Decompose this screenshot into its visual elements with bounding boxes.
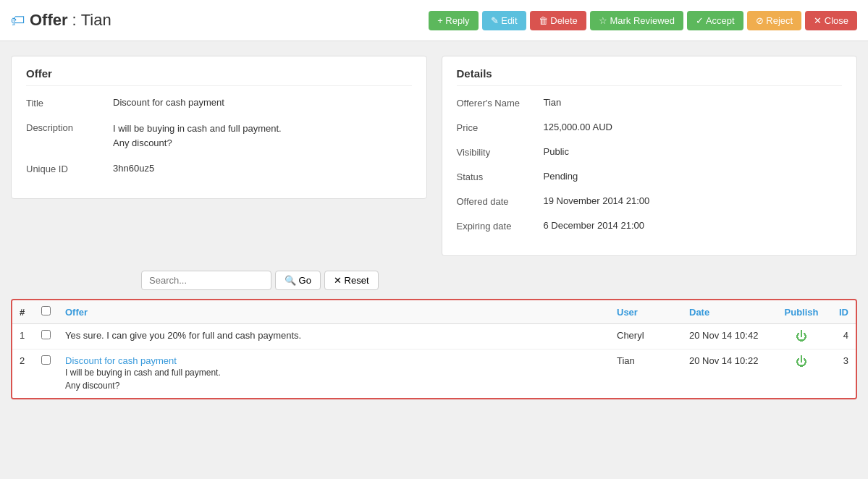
details-offered-date-row: Offered date 19 November 2014 21:00 <box>457 195 843 207</box>
row-date: 20 Nov 14 10:42 <box>682 324 776 349</box>
search-bar: 🔍 Go ✕ Reset <box>11 271 857 290</box>
row-publish[interactable]: ⏻ <box>776 349 827 399</box>
offer-col: Offer Title Discount for cash payment De… <box>11 56 427 256</box>
colon: : <box>72 11 77 30</box>
details-offerers-name-label: Offerer's Name <box>457 97 544 109</box>
offer-title-label: Title <box>26 97 113 109</box>
accept-button[interactable]: ✓ Accept <box>687 11 743 30</box>
row-num: 1 <box>12 324 34 349</box>
col-user-header: User <box>610 300 682 324</box>
table-row: 1Yes sure. I can give you 20% for full a… <box>12 324 856 349</box>
row-id: 4 <box>827 324 856 349</box>
details-offerers-name-row: Offerer's Name Tian <box>457 97 843 109</box>
details-price-value: 125,000.00 AUD <box>544 122 843 132</box>
details-visibility-label: Visibility <box>457 146 544 158</box>
row-id: 3 <box>827 349 856 399</box>
tag-icon: 🏷 <box>11 12 25 29</box>
details-expiring-date-value: 6 December 2014 21:00 <box>544 220 843 231</box>
two-col-layout: Offer Title Discount for cash payment De… <box>11 56 857 256</box>
reject-button[interactable]: ⊘ Reject <box>747 11 801 30</box>
offer-title-value: Discount for cash payment <box>113 97 412 108</box>
details-status-row: Status Pending <box>457 171 843 182</box>
replies-table: # Offer User Date Publish ID 1Yes sure. … <box>12 300 856 398</box>
row-num: 2 <box>12 349 34 399</box>
main-content: Offer Title Discount for cash payment De… <box>0 41 868 414</box>
details-visibility-row: Visibility Public <box>457 146 843 158</box>
header: 🏷 Offer : Tian + Reply ✎ Edit 🗑 Delete ☆… <box>0 0 868 41</box>
offer-card: Offer Title Discount for cash payment De… <box>11 56 427 199</box>
reset-button[interactable]: ✕ Reset <box>324 271 379 290</box>
select-all-checkbox[interactable] <box>41 306 51 315</box>
details-expiring-date-label: Expiring date <box>457 220 544 232</box>
details-price-label: Price <box>457 122 544 133</box>
reply-button[interactable]: + Reply <box>429 11 478 30</box>
offer-description-label: Description <box>26 122 113 133</box>
go-button[interactable]: 🔍 Go <box>275 271 321 290</box>
details-visibility-value: Public <box>544 146 843 157</box>
details-offerers-name-value: Tian <box>544 97 843 108</box>
details-expiring-date-row: Expiring date 6 December 2014 21:00 <box>457 220 843 232</box>
offer-text: Yes sure. I can give you 20% for full an… <box>65 330 301 341</box>
offer-description-value: I will be buying in cash and full paymen… <box>113 122 412 150</box>
row-checkbox-cell <box>34 324 58 349</box>
offer-card-title: Offer <box>26 67 412 86</box>
offer-title-row: Title Discount for cash payment <box>26 97 412 109</box>
row-date: 20 Nov 14 10:22 <box>682 349 776 399</box>
col-id-header: ID <box>827 300 856 324</box>
row-offer-cell: Yes sure. I can give you 20% for full an… <box>58 324 610 349</box>
delete-button[interactable]: 🗑 Delete <box>530 11 586 30</box>
search-input[interactable] <box>141 271 271 290</box>
title-name: Tian <box>81 11 111 30</box>
col-hash: # <box>12 300 34 324</box>
header-buttons: + Reply ✎ Edit 🗑 Delete ☆ Mark Reviewed … <box>429 11 857 30</box>
col-date-header: Date <box>682 300 776 324</box>
row-offer-cell: Discount for cash paymentI will be buyin… <box>58 349 610 399</box>
offer-uniqueid-row: Unique ID 3hn60uz5 <box>26 163 412 174</box>
details-status-value: Pending <box>544 171 843 182</box>
edit-button[interactable]: ✎ Edit <box>482 11 526 30</box>
replies-table-wrapper: # Offer User Date Publish ID 1Yes sure. … <box>11 299 857 399</box>
details-price-row: Price 125,000.00 AUD <box>457 122 843 133</box>
mark-reviewed-button[interactable]: ☆ Mark Reviewed <box>590 11 683 30</box>
row-checkbox[interactable] <box>41 355 51 365</box>
details-card: Details Offerer's Name Tian Price 125,00… <box>442 56 858 256</box>
details-status-label: Status <box>457 171 544 182</box>
offer-link[interactable]: Discount for cash payment <box>65 355 177 366</box>
offer-subtext: I will be buying in cash and full paymen… <box>65 366 602 392</box>
details-col: Details Offerer's Name Tian Price 125,00… <box>442 56 858 256</box>
page-title: 🏷 Offer : Tian <box>11 11 111 30</box>
row-checkbox-cell <box>34 349 58 399</box>
details-offered-date-label: Offered date <box>457 195 544 207</box>
offer-description-row: Description I will be buying in cash and… <box>26 122 412 150</box>
table-header-row: # Offer User Date Publish ID <box>12 300 856 324</box>
row-user: Tian <box>610 349 682 399</box>
details-card-title: Details <box>457 67 843 86</box>
col-check <box>34 300 58 324</box>
table-row: 2Discount for cash paymentI will be buyi… <box>12 349 856 399</box>
col-offer-header: Offer <box>58 300 610 324</box>
offer-uniqueid-value: 3hn60uz5 <box>113 163 412 174</box>
row-checkbox[interactable] <box>41 330 51 339</box>
col-publish-header: Publish <box>776 300 827 324</box>
close-button[interactable]: ✕ Close <box>805 11 857 30</box>
offer-uniqueid-label: Unique ID <box>26 163 113 174</box>
row-user: Cheryl <box>610 324 682 349</box>
offer-word: Offer <box>30 11 68 30</box>
row-publish[interactable]: ⏻ <box>776 324 827 349</box>
details-offered-date-value: 19 November 2014 21:00 <box>544 195 843 206</box>
